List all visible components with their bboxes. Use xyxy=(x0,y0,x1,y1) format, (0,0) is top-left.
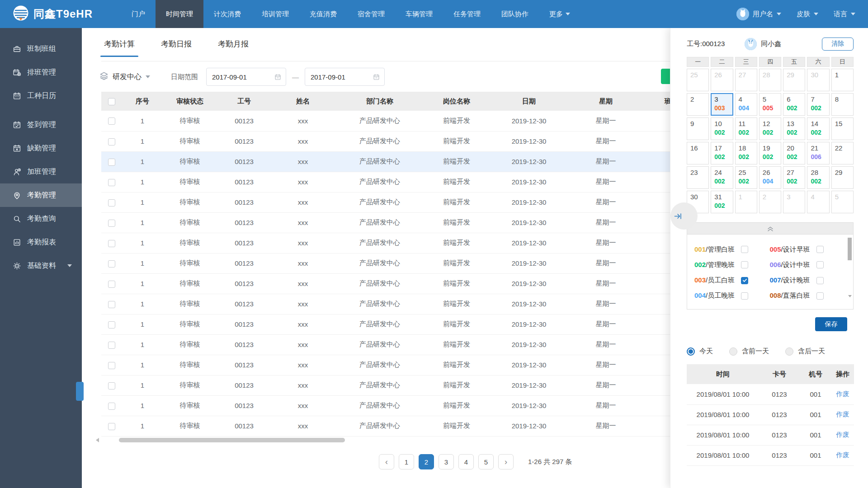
checkbox[interactable] xyxy=(108,199,115,206)
nav-item-2[interactable]: 时间管理 xyxy=(156,0,203,28)
nav-item-8[interactable]: 任务管理 xyxy=(443,0,491,28)
void-link[interactable]: 作废 xyxy=(836,451,849,459)
drawer-handle[interactable] xyxy=(76,382,84,401)
table-row[interactable]: 1待审核00123xxx产品研发中心前端开发2019-12-30星期一001 xyxy=(101,375,714,395)
language-menu[interactable]: 语言 xyxy=(834,10,855,19)
calendar-day[interactable]: 21006 xyxy=(807,142,829,164)
shift-option[interactable]: 007/设计晚班 xyxy=(770,273,842,288)
nav-item-3[interactable]: 计次消费 xyxy=(203,0,251,28)
checkbox[interactable] xyxy=(108,179,115,186)
next-page-button[interactable]: › xyxy=(498,454,514,469)
save-button[interactable]: 保存 xyxy=(815,317,847,331)
table-row[interactable]: 1待审核00123xxx产品研发中心前端开发2019-12-30星期一001 xyxy=(101,273,714,294)
checkbox[interactable] xyxy=(108,98,115,105)
void-link[interactable]: 作废 xyxy=(836,431,849,438)
calendar-day[interactable]: 27 xyxy=(735,69,757,91)
table-row[interactable]: 1待审核00123xxx产品研发中心前端开发2019-12-30星期一001 xyxy=(101,416,714,436)
table-row[interactable]: 1待审核00123xxx产品研发中心前端开发2019-12-30星期一001 xyxy=(101,253,714,273)
clear-button[interactable]: 清除 xyxy=(822,38,854,51)
calendar-day[interactable]: 4004 xyxy=(735,93,757,116)
sidebar-item-2[interactable]: 排班管理 xyxy=(0,61,82,84)
calendar-day[interactable]: 13002 xyxy=(783,117,805,140)
page-button-3[interactable]: 3 xyxy=(439,454,454,469)
shift-option[interactable]: 004/员工晚班 xyxy=(694,288,766,304)
table-row[interactable]: 1待审核00123xxx产品研发中心前端开发2019-12-30星期一001 xyxy=(101,151,714,172)
calendar-day[interactable]: 1 xyxy=(735,191,757,213)
checkbox[interactable] xyxy=(741,277,748,284)
checkbox[interactable] xyxy=(741,261,748,268)
checkbox[interactable] xyxy=(108,117,115,125)
checkbox[interactable] xyxy=(108,220,115,227)
scroll-down-icon[interactable] xyxy=(848,295,852,297)
nav-item-7[interactable]: 车辆管理 xyxy=(395,0,443,28)
calendar-day[interactable]: 29 xyxy=(831,166,854,189)
nav-item-1[interactable]: 门户 xyxy=(121,0,156,28)
calendar-day[interactable]: 18002 xyxy=(735,142,757,164)
checkbox[interactable] xyxy=(108,281,115,288)
checkbox[interactable] xyxy=(108,362,115,369)
checkbox[interactable] xyxy=(108,403,115,410)
shift-option[interactable]: 002/管理晚班 xyxy=(694,257,766,272)
sidebar-item-3[interactable]: 工种日历 xyxy=(0,84,82,108)
calendar-day[interactable]: 14002 xyxy=(807,117,829,140)
table-row[interactable]: 1待审核00123xxx产品研发中心前端开发2019-12-30星期一001 xyxy=(101,294,714,314)
void-link[interactable]: 作废 xyxy=(836,410,849,418)
shift-option[interactable]: 005/设计早班 xyxy=(770,242,842,257)
calendar-day[interactable]: 4 xyxy=(807,191,829,213)
page-button-5[interactable]: 5 xyxy=(478,454,494,469)
table-row[interactable]: 1待审核00123xxx产品研发中心前端开发2019-12-30星期一001 xyxy=(101,172,714,192)
radio-option-2[interactable]: 含前一天 xyxy=(729,347,769,356)
calendar-day[interactable]: 17002 xyxy=(711,142,733,164)
date-from-field[interactable] xyxy=(206,68,286,86)
nav-item-6[interactable]: 宿舍管理 xyxy=(347,0,395,28)
table-row[interactable]: 1待审核00123xxx产品研发中心前端开发2019-12-30星期一001 xyxy=(101,111,714,131)
date-to-field[interactable] xyxy=(305,68,385,86)
calendar-day[interactable]: 26 xyxy=(711,69,733,91)
calendar-day[interactable]: 3 xyxy=(783,191,805,213)
nav-item-10[interactable]: 更多 xyxy=(539,0,580,28)
org-select[interactable]: 研发中心 xyxy=(99,71,150,82)
calendar-day[interactable]: 6002 xyxy=(783,93,805,116)
calendar-day[interactable]: 24002 xyxy=(711,166,733,189)
checkbox[interactable] xyxy=(108,301,115,308)
calendar-day[interactable]: 30 xyxy=(807,69,829,91)
calendar-day[interactable]: 28002 xyxy=(807,166,829,189)
checkbox[interactable] xyxy=(816,292,824,300)
tab-1[interactable]: 考勤计算 xyxy=(101,39,137,57)
table-row[interactable]: 1待审核00123xxx产品研发中心前端开发2019-12-30星期一001 xyxy=(101,233,714,253)
calendar-day[interactable]: 5005 xyxy=(759,93,781,116)
skin-menu[interactable]: 皮肤 xyxy=(797,10,818,19)
page-button-2[interactable]: 2 xyxy=(419,454,434,469)
page-button-1[interactable]: 1 xyxy=(399,454,414,469)
checkbox[interactable] xyxy=(741,292,748,300)
checkbox[interactable] xyxy=(108,342,115,349)
checkbox[interactable] xyxy=(108,260,115,267)
shift-option[interactable]: 008/直落白班 xyxy=(770,288,842,304)
calendar-day[interactable]: 7002 xyxy=(807,93,829,116)
checkbox[interactable] xyxy=(816,277,824,284)
sidebar-item-6[interactable]: 加班管理 xyxy=(0,160,82,183)
checkbox[interactable] xyxy=(108,321,115,328)
calendar-day[interactable]: 12002 xyxy=(759,117,781,140)
checkbox[interactable] xyxy=(816,246,824,253)
sidebar-item-5[interactable]: 缺勤管理 xyxy=(0,136,82,160)
checkbox[interactable] xyxy=(108,382,115,389)
calendar-day[interactable]: 25002 xyxy=(735,166,757,189)
nav-item-5[interactable]: 充值消费 xyxy=(299,0,347,28)
table-row[interactable]: 1待审核00123xxx产品研发中心前端开发2019-12-30星期一001 xyxy=(101,314,714,334)
calendar-day[interactable]: 9 xyxy=(687,117,709,140)
scrollbar-thumb[interactable] xyxy=(848,238,852,260)
checkbox[interactable] xyxy=(108,423,115,430)
sidebar-item-10[interactable]: 基础资料 xyxy=(0,254,82,277)
calendar-day[interactable]: 2 xyxy=(759,191,781,213)
tab-2[interactable]: 考勤日报 xyxy=(158,39,194,57)
page-button-4[interactable]: 4 xyxy=(458,454,474,469)
calendar-day[interactable]: 8 xyxy=(831,93,854,116)
calendar-day[interactable]: 25 xyxy=(687,69,709,91)
void-link[interactable]: 作废 xyxy=(836,390,849,398)
calendar-day[interactable]: 23 xyxy=(687,166,709,189)
prev-page-button[interactable]: ‹ xyxy=(379,454,394,469)
checkbox[interactable] xyxy=(741,246,748,253)
tab-3[interactable]: 考勤月报 xyxy=(215,39,251,57)
checkbox[interactable] xyxy=(108,240,115,247)
